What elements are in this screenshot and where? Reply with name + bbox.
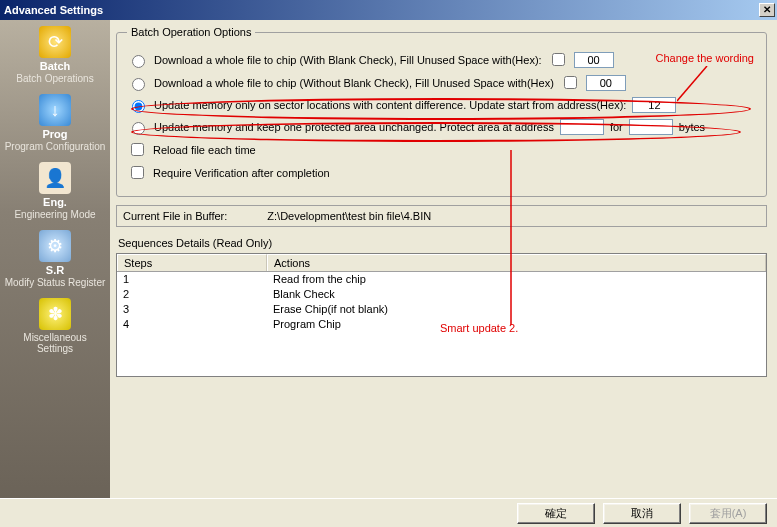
batch-options-group: Batch Operation Options Download a whole… [116,26,767,197]
batch-icon: ⟳ [39,26,71,58]
table-row: 2Blank Check [117,287,766,302]
table-row: 3Erase Chip(if not blank) [117,302,766,317]
reload-check[interactable] [131,143,144,156]
apply-button[interactable]: 套用(A) [689,503,767,524]
sequence-table: Steps Actions 1Read from the chip 2Blank… [116,253,767,377]
sidebar-item-batch[interactable]: ⟳ Batch Batch Operations [4,26,106,84]
sidebar: ⟳ Batch Batch Operations ↓ Prog Program … [0,20,110,498]
button-bar: 確定 取消 套用(A) [0,498,777,527]
ok-button[interactable]: 確定 [517,503,595,524]
opt3-label: Update memory only on sector locations w… [154,99,626,111]
current-file-box: Current File in Buffer: Z:\Development\t… [116,205,767,227]
sidebar-item-label: Batch [4,60,106,72]
table-row: 1Read from the chip [117,272,766,287]
sidebar-item-sub: Modify Status Register [4,277,106,288]
opt1-check[interactable] [552,53,565,66]
verify-check[interactable] [131,166,144,179]
sequence-title: Sequences Details (Read Only) [118,237,767,249]
sidebar-item-prog[interactable]: ↓ Prog Program Configuration [4,94,106,152]
batch-options-legend: Batch Operation Options [127,26,255,38]
reload-label: Reload file each time [153,144,256,156]
sidebar-item-label: Prog [4,128,106,140]
sidebar-item-misc[interactable]: ✽ Miscellaneous Settings [4,298,106,354]
opt2-check[interactable] [564,76,577,89]
window-title: Advanced Settings [4,4,103,16]
content-area: Batch Operation Options Download a whole… [110,20,777,498]
sidebar-item-label: S.R [4,264,106,276]
verify-label: Require Verification after completion [153,167,330,179]
opt2-hex-input[interactable] [586,75,626,91]
col-actions: Actions [267,254,766,271]
sidebar-item-sub: Program Configuration [4,141,106,152]
prog-icon: ↓ [39,94,71,126]
opt4-label-b: for [610,121,623,133]
sidebar-item-sub: Miscellaneous Settings [4,332,106,354]
radio-update-diff[interactable] [132,100,145,113]
close-icon[interactable]: ✕ [759,3,775,17]
table-row: 4Program Chip [117,317,766,332]
sidebar-item-sub: Batch Operations [4,73,106,84]
current-file-path: Z:\Development\test bin file\4.BIN [267,210,431,222]
sidebar-item-sub: Engineering Mode [4,209,106,220]
sr-icon: ⚙ [39,230,71,262]
opt2-label: Download a whole file to chip (Without B… [154,77,554,89]
eng-icon: 👤 [39,162,71,194]
sidebar-item-label: Eng. [4,196,106,208]
opt4-len-input[interactable] [629,119,673,135]
opt4-label-c: bytes [679,121,705,133]
opt3-addr-input[interactable] [632,97,676,113]
sidebar-item-eng[interactable]: 👤 Eng. Engineering Mode [4,162,106,220]
radio-download-without-blank[interactable] [132,78,145,91]
titlebar: Advanced Settings ✕ [0,0,777,20]
sidebar-item-sr[interactable]: ⚙ S.R Modify Status Register [4,230,106,288]
misc-icon: ✽ [39,298,71,330]
opt4-label-a: Update memory and keep one protected are… [154,121,554,133]
radio-update-protected[interactable] [132,122,145,135]
col-steps: Steps [117,254,267,271]
opt1-hex-input[interactable] [574,52,614,68]
current-file-label: Current File in Buffer: [123,210,227,222]
radio-download-with-blank[interactable] [132,55,145,68]
opt1-label: Download a whole file to chip (With Blan… [154,54,542,66]
opt4-addr-input[interactable] [560,119,604,135]
cancel-button[interactable]: 取消 [603,503,681,524]
